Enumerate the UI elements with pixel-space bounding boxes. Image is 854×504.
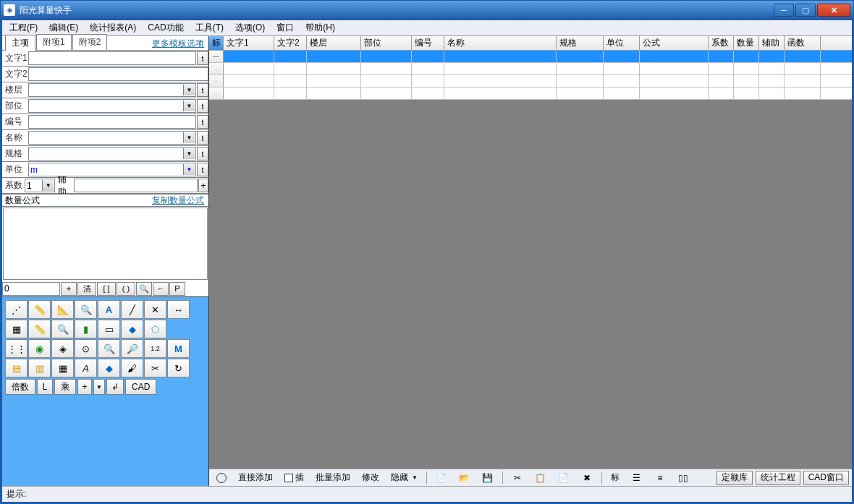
grid-header-1[interactable]: 文字1	[224, 36, 274, 50]
stat-project-button[interactable]: 统计工程	[756, 471, 800, 485]
formula-p-button[interactable]: P	[169, 282, 185, 296]
tool-row4-7-icon[interactable]: ✂	[144, 359, 166, 377]
grid-header-4[interactable]: 部位	[361, 36, 412, 50]
tab-sub1[interactable]: 附项1	[36, 34, 72, 50]
grid-row[interactable]: —	[209, 51, 852, 63]
grid-header-7[interactable]: 规格	[557, 36, 604, 50]
grid-cell[interactable]	[307, 87, 361, 99]
grid-cell[interactable]	[444, 87, 557, 99]
grid-cell[interactable]	[759, 51, 785, 62]
batch-add-button[interactable]: 批量添加	[311, 471, 355, 485]
copy-button[interactable]: 📋	[530, 471, 551, 485]
menu-stats[interactable]: 统计报表(A)	[85, 20, 140, 35]
grid-header-10[interactable]: 系数	[709, 36, 734, 50]
grid-cell[interactable]	[361, 63, 412, 74]
tool-row3-2-icon[interactable]: ◉	[28, 339, 51, 358]
formula-plus-button[interactable]: +	[61, 282, 77, 296]
formula-bracket-button[interactable]: [ ]	[97, 282, 116, 296]
tool-row4-8-icon[interactable]: ↻	[167, 359, 190, 377]
grid-cell[interactable]	[274, 75, 307, 87]
grid-cell[interactable]	[734, 63, 759, 74]
grid-cell[interactable]	[224, 63, 274, 74]
coef-combo[interactable]: 1▼	[25, 179, 55, 192]
grid-header-3[interactable]: 楼层	[307, 36, 361, 50]
tool-row2-6-icon[interactable]: ◆	[121, 320, 143, 338]
delete-button[interactable]: ✖	[577, 471, 597, 485]
code-t-button[interactable]: t	[197, 115, 208, 129]
close-button[interactable]: ✕	[817, 4, 850, 17]
grid-cell[interactable]	[604, 87, 640, 99]
grid-cell[interactable]	[640, 87, 709, 99]
tool-row2-2-icon[interactable]: 📏	[28, 320, 51, 338]
grid-header-2[interactable]: 文字2	[274, 36, 307, 50]
unit-combo[interactable]: m▼	[28, 163, 196, 176]
name-combo[interactable]: ▼	[28, 131, 196, 145]
multiplier-button[interactable]: 倍数	[5, 379, 35, 395]
grid-cell[interactable]	[557, 51, 604, 62]
grid-cell[interactable]	[444, 75, 557, 87]
grid-cell[interactable]	[759, 75, 785, 87]
grid-cell[interactable]	[785, 75, 821, 87]
tool-row4-1-icon[interactable]: ▤	[5, 359, 28, 377]
tool-row2-5-icon[interactable]: ▭	[98, 320, 120, 338]
tool-text-icon[interactable]: A	[98, 300, 120, 319]
grid-cell[interactable]	[734, 51, 759, 62]
dropdown2-button[interactable]: ▼	[93, 379, 105, 395]
unit-t-button[interactable]: t	[197, 163, 208, 176]
formula-clear-button[interactable]: 清	[77, 282, 96, 296]
plus2-button[interactable]: +	[77, 379, 92, 395]
tool-row4-4-icon[interactable]: A	[75, 359, 97, 377]
grid-cell[interactable]	[785, 63, 821, 74]
aux-plus-button[interactable]: +	[198, 179, 208, 192]
grid-body[interactable]	[209, 100, 852, 469]
grid-cell[interactable]	[785, 51, 821, 62]
insert-check[interactable]: 插	[280, 471, 308, 485]
grid-header-13[interactable]: 函数	[785, 36, 821, 50]
grid-cell[interactable]	[604, 75, 640, 87]
cut-button[interactable]: ✂	[507, 471, 528, 485]
aux-input[interactable]	[74, 179, 198, 192]
grid-cell[interactable]	[307, 75, 361, 87]
tool-row4-6-icon[interactable]: 🖌	[121, 359, 143, 377]
grid-cell[interactable]	[640, 51, 709, 62]
tool-row3-1-icon[interactable]: ⋮⋮	[5, 339, 28, 358]
menu-edit[interactable]: 编辑(E)	[45, 20, 83, 35]
cad-window-button[interactable]: CAD窗口	[803, 471, 849, 485]
grid-cell[interactable]	[274, 87, 307, 99]
part-t-button[interactable]: t	[197, 99, 208, 113]
grid-cell[interactable]	[557, 63, 604, 74]
tool-row3-4-icon[interactable]: ⊙	[75, 339, 97, 358]
save-button[interactable]: 💾	[478, 471, 498, 485]
grid-cell[interactable]	[557, 75, 604, 87]
grid-cell[interactable]	[709, 63, 734, 74]
menu-project[interactable]: 工程(F)	[5, 20, 42, 35]
grid-cell[interactable]	[412, 87, 444, 99]
grid-header-8[interactable]: 单位	[604, 36, 640, 50]
minimize-button[interactable]: ─	[774, 4, 794, 17]
grid-row[interactable]: ·	[209, 87, 852, 100]
copy-formula-link[interactable]: 复制数量公式	[152, 195, 204, 207]
formula-textarea[interactable]	[3, 208, 208, 280]
tool-row2-4-icon[interactable]: ▮	[75, 320, 97, 338]
grid-cell[interactable]	[759, 87, 785, 99]
grid-cell[interactable]	[709, 87, 734, 99]
menu-tools[interactable]: 工具(T)	[191, 20, 228, 35]
formula-back-button[interactable]: ←	[153, 282, 169, 296]
menu-options[interactable]: 选项(O)	[231, 20, 269, 35]
list1-button[interactable]: ☰	[627, 471, 647, 485]
grid-cell[interactable]	[604, 51, 640, 62]
formula-value-input[interactable]	[2, 282, 60, 296]
grid-cell[interactable]	[412, 51, 444, 62]
grid-header-0[interactable]: 标	[209, 36, 224, 50]
tool-row2-1-icon[interactable]: ▦	[5, 320, 28, 338]
text1-input[interactable]	[28, 51, 196, 65]
grid-cell[interactable]	[604, 63, 640, 74]
grid-cell[interactable]	[307, 51, 361, 62]
tool-row3-5-icon[interactable]: 🔍	[98, 339, 120, 358]
multiply-button[interactable]: 乘	[54, 379, 76, 395]
tab-main[interactable]: 主项	[5, 35, 35, 51]
grid-cell[interactable]	[734, 75, 759, 87]
grid-header-6[interactable]: 名称	[444, 36, 557, 50]
circle-indicator[interactable]	[212, 471, 231, 485]
tool-row3-8-icon[interactable]: M	[167, 339, 190, 358]
